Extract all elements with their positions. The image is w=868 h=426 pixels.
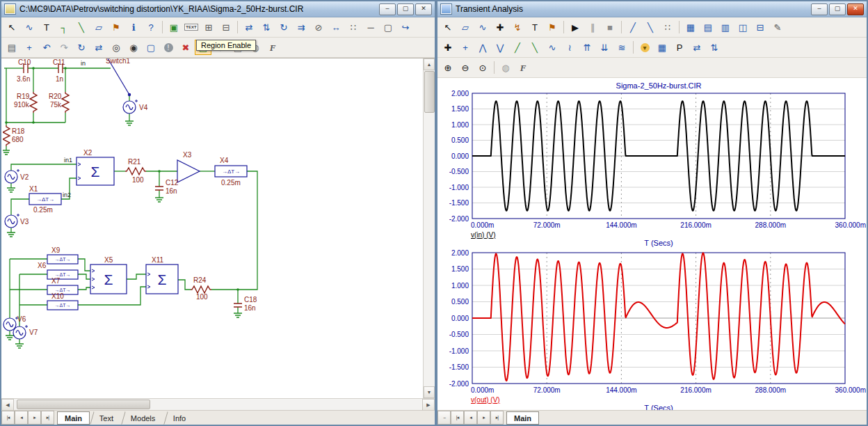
grid-icon[interactable]: ▦ — [654, 40, 670, 55]
split-panels-icon[interactable]: ◫ — [734, 19, 751, 35]
global-high-icon[interactable]: ⇈ — [579, 40, 595, 55]
tab-main[interactable]: Main — [506, 411, 539, 425]
rising-slope-icon[interactable]: ╱ — [509, 40, 526, 55]
redo-icon[interactable]: ↷ — [56, 40, 72, 55]
last-tab-button[interactable]: ▸| — [41, 411, 54, 425]
diagonal-wire-mode-icon[interactable]: ╲ — [73, 19, 90, 35]
minimize-button[interactable]: – — [379, 3, 396, 15]
node-connect-icon[interactable]: + — [21, 40, 38, 55]
horizontal-scrollbar[interactable]: ◀ ▶ — [1, 398, 435, 410]
analysis-titlebar[interactable]: Transient Analysis – ▢ ✕ — [437, 1, 867, 17]
envelope-icon[interactable]: ≋ — [613, 40, 630, 55]
find-part-icon[interactable]: ◉ — [125, 40, 142, 55]
falling-slope-icon[interactable]: ╲ — [527, 40, 543, 55]
data-points-icon[interactable]: ∷ — [659, 19, 676, 35]
tab-main[interactable]: Main — [57, 411, 90, 425]
probe-icon[interactable]: ↯ — [509, 19, 526, 35]
schematic-canvas-area[interactable]: Σ Σ Σ →ΔT→ →ΔT→ →ΔT→ →ΔT→ →ΔT→ →ΔT→ C10 … — [1, 58, 435, 398]
undo-icon[interactable]: ↶ — [38, 40, 55, 55]
cursor-mode-icon[interactable]: ✚ — [492, 19, 508, 35]
edit-icon[interactable]: ✎ — [769, 19, 786, 35]
vertical-scrollbar[interactable]: ▲ ▼ — [423, 58, 435, 398]
peak-icon[interactable]: ⋀ — [474, 40, 491, 55]
prev-tab-button[interactable]: ◂ — [464, 411, 477, 425]
next-tab-button[interactable]: ▸ — [28, 411, 41, 425]
zoom-fit-icon[interactable]: ⊙ — [474, 60, 491, 75]
passive-components[interactable] — [3, 63, 242, 307]
vertical-grid-icon[interactable]: ▥ — [717, 19, 734, 35]
p-key-icon[interactable]: P — [671, 40, 688, 55]
waveform-icon[interactable]: ∿ — [544, 40, 561, 55]
new-window-icon[interactable]: ▢ — [380, 19, 396, 35]
global-low-icon[interactable]: ⇊ — [596, 40, 613, 55]
disable-icon[interactable]: ⊘ — [310, 19, 327, 35]
component-mode-icon[interactable]: ∿ — [21, 19, 38, 35]
mirror-icon[interactable]: ⇄ — [90, 40, 107, 55]
help-mode-icon[interactable]: ? — [143, 19, 159, 35]
animate-options-icon[interactable]: ▾ — [636, 40, 653, 55]
horizontal-scroll-track[interactable] — [14, 399, 422, 410]
find-icon[interactable]: ◎ — [108, 40, 124, 55]
valley-icon[interactable]: ⋁ — [492, 40, 508, 55]
close-button[interactable]: ✕ — [415, 3, 432, 15]
display-icon[interactable]: ▢ — [143, 40, 159, 55]
clear-icon[interactable]: ✖ — [177, 40, 194, 55]
select-mode-icon[interactable]: ↖ — [440, 19, 456, 35]
goto-icon[interactable]: ↪ — [397, 19, 414, 35]
rotate-icon[interactable]: ↻ — [275, 19, 292, 35]
zoom-out-icon[interactable]: ⊖ — [457, 60, 474, 75]
scroll-down-button[interactable]: ▼ — [424, 386, 435, 398]
pause-button[interactable]: ∥ — [584, 19, 601, 35]
trace-label[interactable]: v(out) (V) — [471, 396, 500, 404]
flip-horizontal-icon[interactable]: ⇄ — [241, 19, 257, 35]
trace-label[interactable]: v(in) (V) — [471, 231, 496, 239]
schematic-titlebar[interactable]: C:\MC9\DATA\Petrov\switching distortion\… — [1, 1, 435, 17]
flag-mode-icon[interactable]: ⚑ — [108, 19, 124, 35]
scroll-up-button[interactable]: ▲ — [424, 58, 435, 70]
flip-vertical-icon[interactable]: ⇅ — [258, 19, 275, 35]
last-tab-button[interactable]: ▸| — [490, 411, 504, 425]
info-mode-icon[interactable]: ℹ — [125, 19, 142, 35]
text-mode-icon[interactable]: T — [38, 19, 55, 35]
vout-chart[interactable]: 2.0001.5001.0000.5000.000-0.500-1.000-1.… — [439, 248, 867, 410]
maximize-button[interactable]: ▢ — [397, 3, 414, 15]
vertical-cursor-icon[interactable]: + — [457, 40, 474, 55]
plot-xy-icon[interactable]: ⇅ — [706, 40, 723, 55]
graphics-mode-icon[interactable]: ▱ — [457, 19, 474, 35]
maximize-button[interactable]: ▢ — [829, 3, 846, 15]
wire-mode-icon[interactable]: ┐ — [56, 19, 72, 35]
grid-panel-icon[interactable]: ▦ — [682, 19, 699, 35]
graphics-mode-icon[interactable]: ▱ — [90, 19, 107, 35]
line-mode-icon[interactable]: ╱ — [625, 19, 641, 35]
first-tab-button[interactable]: |◂ — [1, 411, 15, 425]
numeric-output-icon[interactable]: ⊟ — [752, 19, 769, 35]
sphere-icon[interactable]: ◍ — [497, 60, 514, 75]
horizontal-cursor-icon[interactable]: ✚ — [440, 40, 456, 55]
scope-mode-icon[interactable]: ∿ — [474, 19, 491, 35]
tag-mode-icon[interactable]: ⚑ — [544, 19, 561, 35]
font-icon[interactable]: F — [264, 40, 281, 55]
schematic-canvas[interactable]: Σ Σ Σ →ΔT→ →ΔT→ →ΔT→ →ΔT→ →ΔT→ →ΔT→ C10 … — [3, 58, 410, 397]
prev-tab-button[interactable]: ◂ — [15, 411, 28, 425]
vin-chart[interactable]: 2.0001.5001.0000.5000.000-0.500-1.000-1.… — [439, 79, 867, 248]
tangent-mode-icon[interactable]: ╲ — [642, 19, 659, 35]
tab-text[interactable]: Text — [90, 411, 123, 425]
zoom-in-icon[interactable]: ⊕ — [440, 60, 456, 75]
run-button[interactable]: ▶ — [567, 19, 584, 35]
tab-info[interactable]: Info — [163, 411, 195, 425]
first-tab-button[interactable]: |◂ — [451, 411, 464, 425]
plot-panel[interactable]: 2.0001.5001.0000.5000.000-0.500-1.000-1.… — [437, 78, 867, 410]
step-icon[interactable]: ⇉ — [293, 19, 310, 35]
tab-models[interactable]: Models — [122, 411, 166, 425]
font-icon[interactable]: F — [515, 60, 531, 75]
collapse-panel-button[interactable]: − — [437, 411, 451, 425]
text-mode-icon[interactable]: T — [527, 19, 543, 35]
select-mode-icon[interactable]: ↖ — [3, 19, 20, 35]
grid-dots-icon[interactable]: ∷ — [345, 19, 362, 35]
send-to-back-icon[interactable]: ⊟ — [218, 19, 234, 35]
span-icon[interactable]: ↔ — [328, 19, 344, 35]
swap-xy-icon[interactable]: ⇄ — [689, 40, 705, 55]
page-settings-icon[interactable]: ▤ — [3, 40, 20, 55]
ruler-icon[interactable]: ─ — [362, 19, 379, 35]
picture-mode-icon[interactable]: ▣ — [166, 19, 182, 35]
